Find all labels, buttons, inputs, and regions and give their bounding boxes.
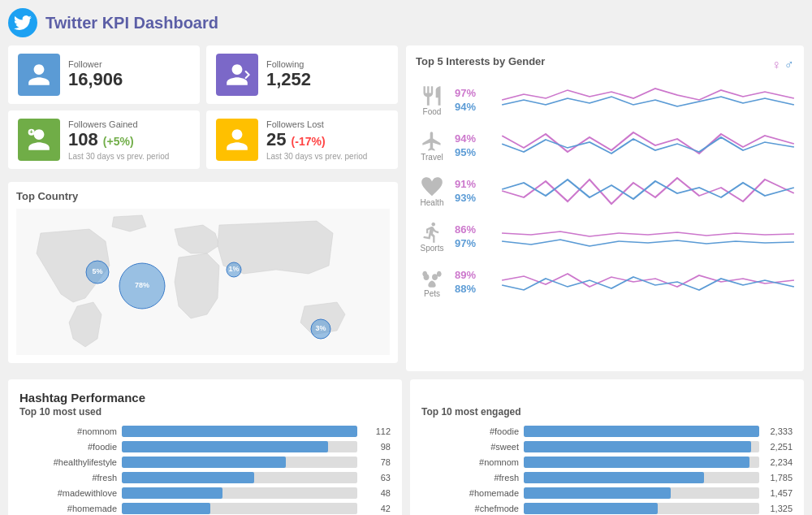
bar-container <box>524 441 759 452</box>
sports-label: Sports <box>421 244 444 253</box>
lost-info: Followers Lost 25 (-17%) Last 30 days vs… <box>266 119 388 161</box>
bar-fill <box>524 457 749 468</box>
kpi-lost: Followers Lost 25 (-17%) Last 30 days vs… <box>206 110 398 169</box>
lost-value: 25 (-17%) <box>266 129 388 150</box>
bar-label: #fresh <box>19 473 117 483</box>
food-chart <box>502 82 794 118</box>
bar-label: #homemade <box>19 504 117 513</box>
bar-container <box>122 503 357 514</box>
pets-stats: 89% 88% <box>455 269 495 295</box>
bar-value: 2,251 <box>764 442 793 452</box>
svg-text:+: + <box>29 128 33 136</box>
health-male: 93% <box>455 192 495 204</box>
sports-stats: 86% 97% <box>455 223 495 249</box>
bar-row: #fresh 63 <box>19 472 391 483</box>
interests-section: Top 5 Interests by Gender ♀ ♂ Food 97% 9… <box>406 45 804 371</box>
follower-label: Follower <box>68 59 190 69</box>
food-icon <box>421 84 443 107</box>
interest-food: Food 97% 94% <box>416 82 794 118</box>
map-bubble-us-label: 78% <box>135 281 149 289</box>
map-bubble-au-label: 3% <box>315 324 326 332</box>
bar-fill <box>524 441 751 452</box>
pets-male: 88% <box>455 283 495 295</box>
bar-fill <box>524 503 658 514</box>
interest-pets: Pets 89% 88% <box>416 264 794 300</box>
gained-icon: + <box>18 119 60 161</box>
bar-container <box>122 441 357 452</box>
follower-icon <box>18 54 60 96</box>
hashtag-most-engaged-subtitle: Top 10 most engaged <box>421 406 793 418</box>
bar-fill <box>122 472 254 483</box>
gained-sub: Last 30 days vs prev. period <box>68 152 190 161</box>
food-stats: 97% 94% <box>455 87 495 113</box>
interests-title: Top 5 Interests by Gender <box>416 55 545 67</box>
food-male: 94% <box>455 101 495 113</box>
food-female: 97% <box>455 87 495 99</box>
hashtag-most-engaged: Hashtag Performance Top 10 most engaged … <box>410 379 804 515</box>
bottom-section: Hashtag Performance Top 10 most used #no… <box>8 379 804 515</box>
bar-value: 63 <box>362 473 391 483</box>
kpi-row-top: Follower 16,906 Following 1,252 <box>8 45 398 104</box>
engaged-bars-container: #foodie 2,333 #sweet 2,251 #nomnom 2,234… <box>421 426 793 515</box>
travel-female: 94% <box>455 132 495 145</box>
bar-label: #homemade <box>421 488 519 498</box>
bar-label: #nomnom <box>19 426 117 436</box>
bar-container <box>524 426 759 437</box>
bar-row: #homemade 1,457 <box>421 487 793 499</box>
bar-container <box>122 472 357 483</box>
bar-row: #healthylifestyle 78 <box>19 457 391 468</box>
health-icon <box>421 175 443 198</box>
gained-label: Followers Gained <box>68 119 190 129</box>
bar-value: 2,333 <box>764 426 793 436</box>
bar-value: 78 <box>362 457 391 467</box>
bar-label: #foodie <box>421 426 519 436</box>
following-label: Following <box>266 59 388 69</box>
travel-icon <box>421 130 443 153</box>
following-info: Following 1,252 <box>266 59 388 90</box>
health-stats: 91% 93% <box>455 178 495 204</box>
bar-row: #chefmode 1,325 <box>421 503 793 514</box>
gained-info: Followers Gained 108 (+5%) Last 30 days … <box>68 119 190 161</box>
bar-row: #foodie 2,333 <box>421 426 793 437</box>
bar-row: #sweet 2,251 <box>421 441 793 452</box>
interests-header: Top 5 Interests by Gender ♀ ♂ <box>416 55 794 74</box>
bar-row: #nomnom 2,234 <box>421 457 793 468</box>
lost-icon <box>216 119 258 161</box>
interest-health: Health 91% 93% <box>416 173 794 209</box>
bar-value: 112 <box>362 426 391 436</box>
bar-row: #foodie 98 <box>19 441 391 452</box>
bar-fill <box>122 487 222 499</box>
bar-value: 1,325 <box>764 504 793 513</box>
kpi-follower: Follower 16,906 <box>8 45 200 104</box>
bar-value: 42 <box>362 504 391 513</box>
bar-value: 98 <box>362 442 391 452</box>
bar-label: #madewithlove <box>19 488 117 498</box>
pets-label: Pets <box>424 289 440 298</box>
travel-stats: 94% 95% <box>455 132 495 158</box>
map-title: Top Country <box>16 190 390 202</box>
bar-fill <box>122 441 328 452</box>
health-chart <box>502 173 794 209</box>
health-female: 91% <box>455 178 495 190</box>
bar-value: 1,457 <box>764 488 793 498</box>
bar-value: 1,785 <box>764 473 793 483</box>
following-icon <box>216 54 258 96</box>
bar-label: #fresh <box>421 473 519 483</box>
bar-label: #nomnom <box>421 457 519 467</box>
bar-container <box>122 487 357 499</box>
bar-fill <box>524 472 704 483</box>
sports-icon <box>421 221 443 244</box>
bar-value: 48 <box>362 488 391 498</box>
female-icon: ♀ <box>771 58 781 72</box>
bar-row: #madewithlove 48 <box>19 487 391 499</box>
bar-container <box>524 457 759 468</box>
used-bars-container: #nomnom 112 #foodie 98 #healthylifestyle… <box>19 426 391 515</box>
bar-fill <box>122 426 357 437</box>
bar-label: #foodie <box>19 442 117 452</box>
map-section: Top Country <box>8 182 398 363</box>
kpi-gained: + Followers Gained 108 (+5%) Last 30 day… <box>8 110 200 169</box>
bar-fill <box>122 457 286 468</box>
gained-value: 108 (+5%) <box>68 129 190 150</box>
sports-chart <box>502 219 794 254</box>
bar-label: #sweet <box>421 442 519 452</box>
